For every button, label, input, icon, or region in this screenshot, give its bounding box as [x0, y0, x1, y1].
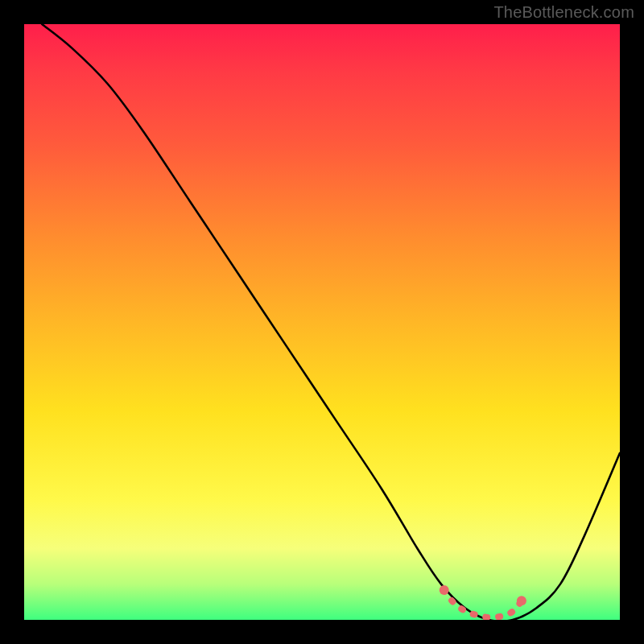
chart-frame: TheBottleneck.com — [0, 0, 644, 644]
curve-layer — [24, 24, 620, 620]
highlight-segment — [444, 590, 522, 617]
highlight-dot — [517, 596, 526, 605]
bottleneck-curve — [42, 24, 620, 620]
watermark-text: TheBottleneck.com — [493, 3, 634, 22]
highlight-dot — [440, 585, 449, 595]
plot-area — [24, 24, 620, 620]
